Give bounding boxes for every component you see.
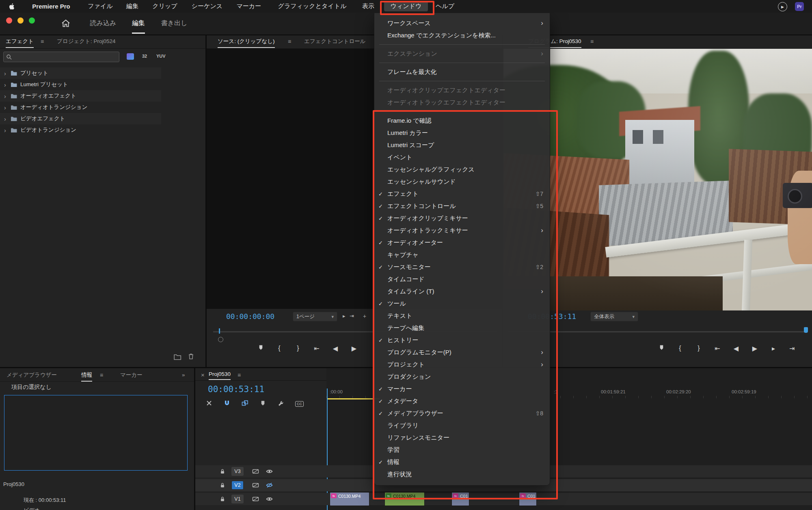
new-bin-icon[interactable] <box>174 354 181 362</box>
timeline-clip[interactable]: fx C0130.MP4 <box>384 492 425 506</box>
menu-item-program-monitor[interactable]: プログラムモニター(P)› <box>374 346 550 358</box>
menu-item-audio-clip-mixer[interactable]: ✓オーディオクリップミキサー <box>374 212 550 224</box>
menu-item-learn[interactable]: 学習 <box>374 444 550 456</box>
menu-item-edit-to-tape[interactable]: テープへ編集 <box>374 322 550 334</box>
yuv-effects-badge[interactable]: YUV <box>156 54 166 59</box>
track-visibility-icon[interactable] <box>266 469 273 476</box>
menu-item-events[interactable]: イベント <box>374 151 550 163</box>
source-timecode[interactable]: 00:00:00:00 <box>226 312 274 321</box>
program-playhead[interactable] <box>804 327 808 333</box>
delete-icon[interactable] <box>188 353 194 362</box>
menu-item-audio-meters[interactable]: ✓オーディオメーター <box>374 237 550 249</box>
menu-item-reference-monitor[interactable]: リファレンスモニター <box>374 432 550 444</box>
chevron-right-icon[interactable]: › <box>4 93 11 100</box>
tree-item-audio-effects[interactable]: › オーディオエフェクト <box>0 90 161 102</box>
source-zoom-select[interactable]: 1ページ ▾ <box>293 312 337 321</box>
mark-in-icon[interactable]: { <box>671 345 689 352</box>
sync-lock-icon[interactable] <box>252 496 259 503</box>
track-visibility-off-icon[interactable] <box>266 482 273 490</box>
tab-effects[interactable]: エフェクト <box>6 35 34 48</box>
tab-overflow-icon[interactable]: » <box>182 368 185 382</box>
menu-item-exchange[interactable]: Exchange でエクステンションを検索... <box>374 29 550 41</box>
menu-item-source-monitor[interactable]: ✓ソースモニター⇧2 <box>374 261 550 273</box>
mark-in-icon[interactable]: { <box>270 345 289 352</box>
timeline-clip[interactable]: fx C01 <box>451 492 469 506</box>
tab-project[interactable]: プロジェクト: Proj0524 <box>57 35 115 48</box>
tab-markers[interactable]: マーカー <box>120 368 143 382</box>
add-button-icon[interactable]: + <box>363 313 366 319</box>
play-icon[interactable]: ▶ <box>345 345 363 352</box>
menubar-item-clip[interactable]: クリップ <box>148 0 181 13</box>
menubar-item-markers[interactable]: マーカー <box>233 0 266 13</box>
track-lock-icon[interactable] <box>220 496 225 504</box>
menu-item-capture[interactable]: キャプチャ <box>374 249 550 261</box>
panel-menu-icon[interactable]: ≡ <box>288 35 291 48</box>
screen-share-icon[interactable]: ▶ <box>778 2 787 11</box>
32bit-effects-badge[interactable]: 32 <box>142 54 147 59</box>
menu-item-history[interactable]: ✓ヒストリー <box>374 334 550 346</box>
panel-menu-icon[interactable]: ≡ <box>590 35 594 48</box>
track-label-selected[interactable]: V2 <box>231 481 244 490</box>
menu-item-workspace[interactable]: ワークスペース › <box>374 17 550 29</box>
tab-edit[interactable]: 編集 <box>132 13 145 34</box>
menu-item-markers[interactable]: ✓マーカー <box>374 383 550 395</box>
source-playhead[interactable] <box>219 328 220 334</box>
tab-import[interactable]: 読み込み <box>90 13 117 34</box>
timeline-timecode[interactable]: 00:00:53:11 <box>208 384 264 394</box>
tab-sequence[interactable]: Proj0530 <box>209 368 231 380</box>
menu-item-effects[interactable]: ✓エフェクト⇧7 <box>374 188 550 200</box>
menubar-app-name[interactable]: Premiere Pro <box>28 0 74 13</box>
snap-icon[interactable] <box>224 400 230 408</box>
track-lock-icon[interactable] <box>220 482 225 490</box>
timeline-tools-icon[interactable] <box>206 400 212 408</box>
step-forward-icon[interactable]: ▸ <box>764 345 783 352</box>
timeline-clip[interactable]: fx C0130.MP4 <box>330 492 369 506</box>
track-label[interactable]: V3 <box>231 467 244 476</box>
tree-item-video-transitions[interactable]: › ビデオトランジション <box>0 124 161 136</box>
tree-item-lumetri-presets[interactable]: › Lumetri プリセット <box>0 79 161 90</box>
sync-lock-icon[interactable] <box>252 469 259 476</box>
menu-item-maximize-frame[interactable]: フレームを最大化 <box>374 66 550 78</box>
timeline-settings-icon[interactable] <box>277 400 284 408</box>
add-marker-icon[interactable] <box>652 344 671 352</box>
premiere-pro-icon[interactable]: Pr <box>795 2 804 11</box>
insert-icon[interactable]: ▸ <box>343 313 346 319</box>
menu-item-progress[interactable]: 進行状況 <box>374 468 550 480</box>
menu-item-text[interactable]: テキスト <box>374 310 550 322</box>
menubar-item-graphics[interactable]: グラフィックとタイトル <box>274 0 351 13</box>
mark-out-icon[interactable]: } <box>289 345 307 352</box>
tab-export[interactable]: 書き出し <box>161 13 188 34</box>
menubar-item-edit[interactable]: 編集 <box>122 0 143 13</box>
track-visibility-icon[interactable] <box>266 496 273 503</box>
track-row-v1[interactable]: V1 fx C0130.MP4 fx C0130.MP4 fx C01 fx C… <box>195 493 812 505</box>
menu-item-tools[interactable]: ✓ツール <box>374 297 550 310</box>
timeline-clip[interactable]: fx C01 <box>519 492 537 506</box>
tab-media-browser[interactable]: メディアブラウザー <box>6 368 57 382</box>
program-zoom-select[interactable]: 全体表示 ▾ <box>590 312 638 321</box>
menu-item-metadata[interactable]: ✓メタデータ <box>374 395 550 407</box>
close-window-button[interactable] <box>6 17 12 24</box>
menu-item-essential-sound[interactable]: エッセンシャルサウンド <box>374 176 550 188</box>
tab-info[interactable]: 情報 <box>81 368 92 382</box>
step-back-icon[interactable]: ◀ <box>727 345 745 352</box>
chevron-right-icon[interactable]: › <box>4 81 11 88</box>
apple-menu[interactable] <box>5 0 19 13</box>
chevron-right-icon[interactable]: › <box>4 70 11 77</box>
home-icon[interactable] <box>61 19 71 29</box>
minimize-window-button[interactable] <box>17 17 24 24</box>
menubar-item-sequence[interactable]: シーケンス <box>188 0 227 13</box>
source-zoom-handle[interactable] <box>218 337 223 342</box>
menu-item-media-browser[interactable]: ✓メディアブラウザー⇧8 <box>374 407 550 419</box>
tab-source-monitor[interactable]: ソース: (クリップなし) <box>218 35 275 48</box>
add-marker-icon[interactable] <box>251 344 270 352</box>
menubar-item-help[interactable]: ヘルプ <box>432 0 458 13</box>
menu-item-timecode[interactable]: タイムコード <box>374 273 550 285</box>
menu-item-production[interactable]: プロダクション <box>374 371 550 383</box>
captions-icon[interactable]: CC <box>295 401 304 407</box>
menu-item-info[interactable]: ✓情報 <box>374 456 550 468</box>
tree-item-presets[interactable]: › プリセット <box>0 67 161 79</box>
accelerated-effects-icon[interactable] <box>127 53 134 60</box>
go-to-in-icon[interactable]: ⇤ <box>307 345 326 352</box>
step-back-icon[interactable]: ◀ <box>326 345 345 352</box>
go-to-in-icon[interactable]: ⇤ <box>708 345 727 352</box>
